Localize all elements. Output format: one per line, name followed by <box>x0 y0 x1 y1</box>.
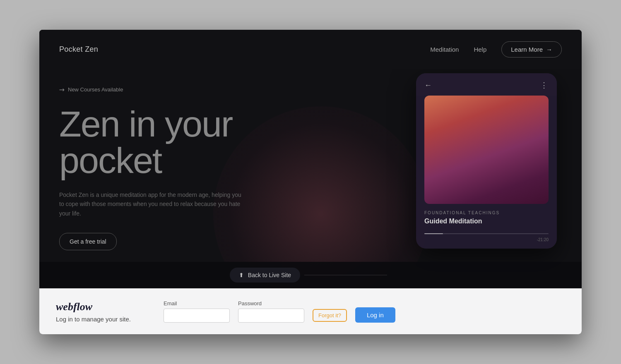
mockup-progress-fill <box>424 233 443 234</box>
mockup-topbar: ← ⋮ <box>416 73 557 96</box>
free-trial-button[interactable]: Get a free trial <box>59 233 117 250</box>
navbar: Pocket Zen Meditation Help Learn More → <box>39 30 582 69</box>
mockup-title: Guided Meditation <box>416 218 557 233</box>
back-live-line <box>304 275 387 275</box>
hero-title-line2: pocket <box>59 140 161 181</box>
app-mockup: ← ⋮ FOUNDATIONAL TEACHINGS Guided Medita… <box>416 73 557 249</box>
mockup-progress-bar <box>424 233 549 234</box>
back-live-icon: ⬆ <box>239 272 244 278</box>
hero-content: ↗ New Courses Available Zen in your pock… <box>39 69 279 275</box>
email-label: Email <box>164 300 230 307</box>
login-form: Email Password Forgot it? Log in <box>164 300 565 323</box>
back-live-text: Back to Live Site <box>248 272 291 278</box>
mockup-time: -21:20 <box>416 237 557 249</box>
webflow-login-bar: webflow Log in to manage your site. Emai… <box>39 288 582 334</box>
brand-name: Pocket Zen <box>59 45 98 54</box>
learn-more-arrow: → <box>546 46 552 53</box>
badge-text: New Courses Available <box>68 86 123 93</box>
new-courses-badge: ↗ New Courses Available <box>59 86 260 93</box>
mockup-category: FOUNDATIONAL TEACHINGS <box>416 211 557 218</box>
mockup-menu-icon[interactable]: ⋮ <box>540 81 549 90</box>
hero-title: Zen in your pocket <box>59 106 260 179</box>
nav-links: Meditation Help Learn More → <box>430 41 562 57</box>
password-label: Password <box>238 300 304 307</box>
email-input[interactable] <box>164 309 230 323</box>
back-to-live-bar: ⬆ Back to Live Site <box>39 262 582 288</box>
hero-description: Pocket Zen is a unique meditation app fo… <box>59 190 241 218</box>
back-to-live-button[interactable]: ⬆ Back to Live Site <box>230 268 300 283</box>
webflow-brand: webflow Log in to manage your site. <box>56 301 139 323</box>
password-group: Password <box>238 300 304 323</box>
hero-section: ↗ New Courses Available Zen in your pock… <box>39 69 582 288</box>
page-wrapper: Pocket Zen Meditation Help Learn More → … <box>0 0 621 364</box>
back-live-bar-inner: ⬆ Back to Live Site <box>39 262 582 288</box>
forgot-it-button[interactable]: Forgot it? <box>313 309 347 322</box>
webflow-logo: webflow <box>56 301 139 313</box>
mockup-image <box>424 96 549 204</box>
webflow-tagline: Log in to manage your site. <box>56 316 139 323</box>
nav-meditation[interactable]: Meditation <box>430 46 459 53</box>
learn-more-label: Learn More <box>511 46 543 53</box>
email-group: Email <box>164 300 230 323</box>
password-input[interactable] <box>238 309 304 323</box>
mockup-back-icon[interactable]: ← <box>424 81 432 90</box>
site-container: Pocket Zen Meditation Help Learn More → … <box>39 30 582 334</box>
hero-title-line1: Zen in your <box>59 103 232 144</box>
nav-help[interactable]: Help <box>474 46 486 53</box>
badge-icon: ↗ <box>57 85 67 94</box>
learn-more-button[interactable]: Learn More → <box>501 41 562 57</box>
login-button[interactable]: Log in <box>355 307 395 323</box>
mockup-image-gradient <box>424 96 549 204</box>
